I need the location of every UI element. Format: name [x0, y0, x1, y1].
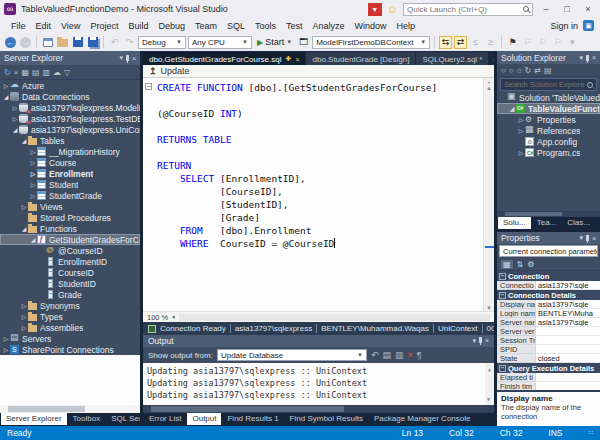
- back-icon[interactable]: ○: [501, 66, 506, 75]
- property-value[interactable]: asia13797\sqle: [535, 300, 600, 309]
- bottom-dock-tab-find-symbol-results[interactable]: Find Symbol Results: [285, 413, 368, 425]
- word-wrap-icon[interactable]: ¶: [417, 350, 422, 360]
- collapsed-icon[interactable]: ▷: [29, 181, 37, 188]
- collapsed-icon[interactable]: ▷: [11, 115, 19, 122]
- output-panel-header[interactable]: Output ▾ ×: [143, 335, 494, 347]
- property-value[interactable]: [535, 345, 600, 354]
- solution-tree-item-solution-tablevaluedfunctiondemo[interactable]: Solution 'TableValuedFunctionDemo': [497, 92, 600, 103]
- property-category-connection-details[interactable]: −Connection Details: [497, 290, 600, 300]
- close-panel-icon[interactable]: ×: [592, 54, 596, 61]
- previous-bookmark-icon[interactable]: ⚐: [521, 36, 534, 49]
- refresh-icon[interactable]: ↻: [4, 68, 11, 77]
- property-pages-icon[interactable]: ⚙: [527, 260, 534, 269]
- quick-launch-input[interactable]: [407, 5, 520, 14]
- menu-view[interactable]: View: [56, 21, 85, 31]
- output-console[interactable]: Updating asia13797\sqlexpress :: UniCont…: [143, 363, 494, 405]
- property-row-session-tr[interactable]: Session Tr: [497, 336, 600, 345]
- property-row-login-nam[interactable]: Login namBENTLEY\Muha: [497, 309, 600, 318]
- sql-code[interactable]: CREATE FUNCTION [dbo].[GetStudentGradesF…: [143, 78, 483, 311]
- code-line-11[interactable]: [Grade]: [157, 211, 483, 224]
- menu-analyze[interactable]: Analyze: [308, 21, 350, 31]
- collapse-category-icon[interactable]: −: [499, 292, 506, 299]
- close-button[interactable]: ×: [580, 4, 596, 14]
- resize-grip-icon[interactable]: ∷: [589, 429, 593, 437]
- solution-search-input[interactable]: [504, 80, 585, 89]
- collapsed-icon[interactable]: ▷: [29, 170, 37, 177]
- bottom-dock-tab-find-results-1[interactable]: Find Results 1: [222, 413, 283, 425]
- forward-icon[interactable]: ○: [509, 66, 514, 75]
- clear-all-icon[interactable]: ×: [408, 350, 413, 360]
- code-fold-icon[interactable]: −: [145, 83, 152, 90]
- next-bookmark-icon[interactable]: ⚐: [536, 36, 549, 49]
- output-hscrollbar[interactable]: [143, 405, 494, 413]
- code-line-10[interactable]: [StudentID],: [157, 198, 483, 211]
- collapsed-icon[interactable]: ▷: [2, 82, 10, 89]
- expanded-icon[interactable]: ◢: [20, 137, 28, 144]
- schema-compare-icon[interactable]: ⇆: [439, 36, 452, 49]
- window-position-icon[interactable]: ▾: [119, 54, 123, 62]
- code-line-2[interactable]: [157, 94, 483, 107]
- scroll-up-icon[interactable]: ▲: [486, 85, 492, 91]
- zoom-caret-icon[interactable]: ▼: [171, 314, 176, 320]
- property-value[interactable]: closed: [535, 354, 600, 363]
- window-position-icon[interactable]: ▾: [579, 54, 583, 62]
- property-row-finish-tim[interactable]: Finish tim: [497, 382, 600, 390]
- server-tree-item-synonyms[interactable]: ▷Synonyms: [0, 300, 140, 311]
- filter-icon[interactable]: ▽: [64, 68, 70, 77]
- solution-tree-item-app-config[interactable]: App.config: [497, 136, 600, 147]
- home-icon[interactable]: ⌂: [517, 66, 522, 75]
- server-tree-item-student[interactable]: ▷Student: [0, 179, 140, 190]
- server-tree-item-servers[interactable]: ▷Servers: [0, 333, 140, 344]
- code-line-6[interactable]: [157, 146, 483, 159]
- server-tree-item-types[interactable]: ▷Types: [0, 311, 140, 322]
- collapsed-icon[interactable]: ▷: [2, 335, 10, 342]
- server-tree-item-assemblies[interactable]: ▷Assemblies: [0, 322, 140, 333]
- left-dock-tab-toolbox[interactable]: Toolbox: [68, 413, 106, 425]
- property-value[interactable]: [535, 336, 600, 345]
- menu-help[interactable]: Help: [392, 21, 421, 31]
- menu-build[interactable]: Build: [123, 21, 153, 31]
- save-all-icon[interactable]: [86, 36, 99, 49]
- find-message-icon[interactable]: ↶: [371, 350, 379, 360]
- code-line-13[interactable]: WHERE CourseID = @CourseID: [157, 237, 483, 250]
- code-line-5[interactable]: RETURNS TABLE: [157, 133, 483, 146]
- property-value[interactable]: [535, 382, 600, 390]
- server-tree-item-studentgrade[interactable]: ▷StudentGrade: [0, 190, 140, 201]
- property-value[interactable]: asia13797\sqle: [535, 281, 600, 290]
- toolbar-overflow-icon[interactable]: ▾: [566, 36, 579, 49]
- pin-icon[interactable]: [479, 337, 482, 343]
- undo-icon[interactable]: ↶: [108, 36, 121, 49]
- property-row-display-na[interactable]: Display naasia13797\sqle: [497, 300, 600, 309]
- property-row-server-nan[interactable]: Server nanasia13797\sqle: [497, 318, 600, 327]
- server-tree-item-enrollmentid[interactable]: EnrollmentID: [0, 256, 140, 267]
- collapsed-icon[interactable]: ▷: [2, 346, 10, 353]
- menu-file[interactable]: File: [6, 21, 31, 31]
- server-tree-item-data-connections[interactable]: ◢Data Connections: [0, 91, 140, 102]
- collapsed-icon[interactable]: ▷: [20, 324, 28, 331]
- property-value[interactable]: BENTLEY\Muha: [535, 309, 600, 318]
- properties-object-select[interactable]: Current connection parameters▼: [499, 245, 598, 257]
- collapse-category-icon[interactable]: −: [499, 273, 506, 280]
- update-button[interactable]: Update: [161, 66, 190, 76]
- scrollbar-splitter-icon[interactable]: +: [487, 78, 491, 85]
- smiley-feedback-icon[interactable]: ☺: [387, 3, 398, 16]
- update-database-icon[interactable]: ⇄: [454, 36, 467, 49]
- close-panel-icon[interactable]: ×: [592, 235, 596, 242]
- solution-tree-item-program-cs[interactable]: ▷Program.cs: [497, 147, 600, 158]
- menu-test[interactable]: Test: [281, 21, 308, 31]
- server-tree-item-getstudentgradesforcourse[interactable]: ◢GetStudentGradesForCourse: [0, 234, 140, 245]
- solution-explorer-header[interactable]: Solution Explorer ▾ ×: [497, 51, 600, 64]
- server-tree-item-tables[interactable]: ◢Tables: [0, 135, 140, 146]
- collapsed-icon[interactable]: ▷: [517, 149, 525, 156]
- menu-window[interactable]: Window: [350, 21, 392, 31]
- left-dock-tab-server-explorer[interactable]: Server Explorer: [1, 413, 67, 425]
- server-explorer-hscrollbar[interactable]: [0, 405, 140, 413]
- right-dock-tab-noti[interactable]: Noti...: [596, 217, 600, 229]
- close-panel-icon[interactable]: ×: [132, 55, 136, 62]
- server-tree-item-migrationhistory[interactable]: ▷__MigrationHistory: [0, 146, 140, 157]
- property-row-connectio[interactable]: Connectioasia13797\sqle: [497, 281, 600, 290]
- code-line-7[interactable]: RETURN: [157, 159, 483, 172]
- collapsed-icon[interactable]: ▷: [20, 203, 28, 210]
- code-line-9[interactable]: [CourseID],: [157, 185, 483, 198]
- quick-launch-box[interactable]: [403, 3, 533, 16]
